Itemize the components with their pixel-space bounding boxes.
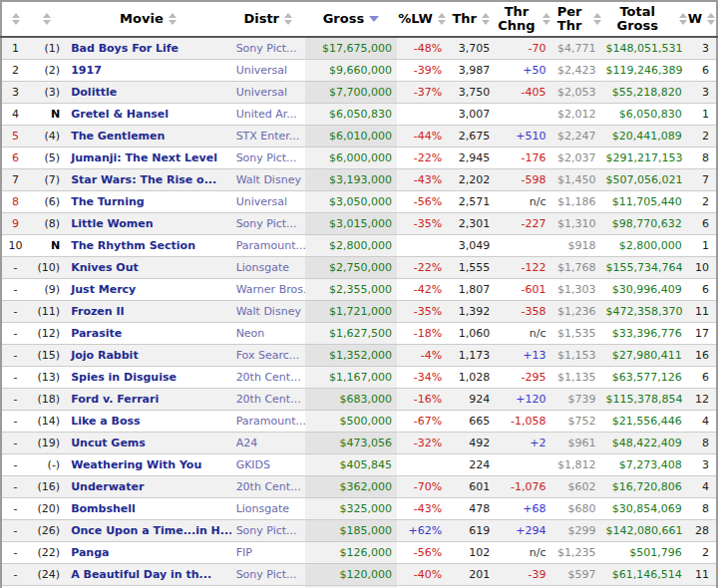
movie-title-link[interactable]: Once Upon a Time...in H... (71, 524, 230, 537)
total-gross-cell: $472,358,370 (601, 301, 687, 323)
sort-header-thr[interactable]: Thr (447, 1, 495, 37)
pct-lw-cell: -44% (397, 126, 447, 147)
movie-title-link[interactable]: Gretel & Hansel (71, 108, 169, 121)
sort-header-weeks[interactable]: W (687, 1, 717, 37)
distributor-link[interactable]: Warner Bros. (236, 283, 305, 296)
movie-title-link[interactable]: Dolittle (71, 86, 117, 99)
distributor-link[interactable]: Universal (236, 195, 287, 208)
sort-header-pct-lw[interactable]: %LW (397, 1, 447, 37)
prev-rank-cell: (8) (29, 213, 65, 235)
distributor-link[interactable]: Lionsgate (236, 502, 289, 515)
movie-title-link[interactable]: Panga (71, 546, 109, 559)
per-thr-cell: $299 (550, 520, 600, 542)
weeks-cell: 16 (687, 345, 717, 367)
movie-title-link[interactable]: Uncut Gems (71, 437, 146, 449)
distributor-link[interactable]: United Ar... (236, 108, 297, 121)
sort-header-prev-rank[interactable] (29, 1, 65, 37)
movie-title-link[interactable]: Like a Boss (71, 415, 140, 428)
movie-title-link[interactable]: Spies in Disguise (71, 371, 177, 384)
distributor-link[interactable]: Lionsgate (236, 261, 289, 274)
total-gross-cell: $30,996,409 (601, 279, 687, 301)
movie-title-link[interactable]: Bad Boys For Life (71, 42, 179, 55)
movie-title-link[interactable]: Little Women (71, 217, 153, 230)
sort-header-per-thr[interactable]: Per Thr (550, 1, 600, 37)
rank-cell: 9 (1, 213, 29, 235)
gross-cell: $6,010,000 (305, 126, 397, 147)
total-gross-cell: $7,273,408 (601, 454, 687, 476)
movie-title-link[interactable]: Underwater (71, 480, 144, 493)
movie-title-link[interactable]: Ford v. Ferrari (71, 393, 159, 406)
per-thr-cell: $1,303 (550, 279, 600, 301)
distributor-link[interactable]: Sony Pict... (236, 524, 297, 537)
distributor-link[interactable]: GKIDS (236, 458, 270, 471)
movie-title-link[interactable]: Frozen II (71, 305, 125, 318)
movie-title-link[interactable]: Star Wars: The Rise o... (71, 173, 216, 186)
movie-title-link[interactable]: A Beautiful Day in th... (71, 568, 211, 581)
thr-chng-cell: -358 (495, 301, 550, 323)
distributor-link[interactable]: 20th Cent... (236, 480, 301, 493)
distributor-link[interactable]: Universal (236, 86, 287, 99)
movie-title-link[interactable]: Jojo Rabbit (71, 349, 138, 362)
distributor-link[interactable]: STX Enter... (236, 130, 300, 143)
rank-cell: 3 (1, 82, 29, 104)
distributor-link[interactable]: Sony Pict... (236, 217, 297, 230)
movie-title-link[interactable]: Just Mercy (71, 283, 136, 296)
distributor-link[interactable]: Sony Pict... (236, 568, 297, 581)
distributor-link[interactable]: Sony Pict... (236, 151, 297, 164)
sort-header-distr[interactable]: Distr (231, 1, 305, 37)
box-office-table: Movie Distr Gross %LW Thr Thr Chng (0, 0, 718, 588)
sort-header-thr-chng[interactable]: Thr Chng (495, 1, 550, 37)
table-row: 10 N The Rhythm Section Paramount... $2,… (1, 235, 717, 257)
movie-title-link[interactable]: The Rhythm Section (71, 239, 195, 252)
distributor-link[interactable]: Paramount... (236, 415, 305, 428)
total-gross-cell: $2,800,000 (601, 235, 687, 257)
distributor-link[interactable]: FIP (236, 546, 252, 559)
theaters-cell: 492 (447, 433, 495, 454)
movie-title-link[interactable]: Parasite (71, 327, 122, 340)
thr-chng-cell (495, 454, 550, 476)
rank-cell: - (1, 433, 29, 454)
distributor-link[interactable]: 20th Cent... (236, 393, 301, 406)
prev-rank-cell: (16) (29, 476, 65, 498)
distributor-link[interactable]: Fox Searc... (236, 349, 300, 362)
weeks-cell: 1 (687, 104, 717, 126)
per-thr-cell: $2,247 (550, 126, 600, 147)
distributor-link[interactable]: Universal (236, 64, 287, 77)
movie-title-link[interactable]: Knives Out (71, 261, 139, 274)
sort-header-total-gross[interactable]: Total Gross (601, 1, 687, 37)
distributor-link[interactable]: Paramount... (236, 239, 305, 252)
rank-cell: 8 (1, 191, 29, 213)
distributor-link[interactable]: Walt Disney (236, 305, 301, 318)
movie-title-link[interactable]: Weathering With You (71, 458, 201, 471)
gross-cell: $126,000 (305, 542, 397, 564)
prev-rank-cell: (18) (29, 389, 65, 411)
thr-chng-cell: -1,076 (495, 476, 550, 498)
gross-cell: $3,050,000 (305, 191, 397, 213)
sort-header-rank[interactable] (1, 1, 29, 37)
gross-cell: $1,167,000 (305, 367, 397, 389)
distributor-link[interactable]: 20th Cent... (236, 371, 301, 384)
gross-cell: $6,000,000 (305, 147, 397, 169)
distributor-link[interactable]: Walt Disney (236, 173, 301, 186)
pct-lw-cell: -40% (397, 564, 447, 586)
thr-chng-cell (495, 104, 550, 126)
pct-lw-cell: -22% (397, 257, 447, 279)
movie-title-link[interactable]: The Turning (71, 195, 144, 208)
total-gross-cell: $21,556,446 (601, 411, 687, 433)
movie-title-link[interactable]: Jumanji: The Next Level (71, 151, 217, 164)
column-label-pct-lw: %LW (398, 12, 433, 26)
movie-title-link[interactable]: Bombshell (71, 502, 136, 515)
pct-lw-cell: -56% (397, 542, 447, 564)
sort-header-movie[interactable]: Movie (65, 1, 230, 37)
thr-chng-cell: -405 (495, 82, 550, 104)
sort-header-gross[interactable]: Gross (305, 1, 397, 37)
total-gross-cell: $20,441,089 (601, 126, 687, 147)
movie-title-link[interactable]: The Gentlemen (71, 130, 165, 143)
header-row: Movie Distr Gross %LW Thr Thr Chng (1, 1, 717, 37)
distributor-link[interactable]: A24 (236, 437, 258, 449)
distributor-link[interactable]: Neon (236, 327, 265, 340)
distributor-link[interactable]: Sony Pict... (236, 42, 297, 55)
gross-cell: $120,000 (305, 564, 397, 586)
thr-chng-cell: n/c (495, 542, 550, 564)
movie-title-link[interactable]: 1917 (71, 64, 102, 77)
